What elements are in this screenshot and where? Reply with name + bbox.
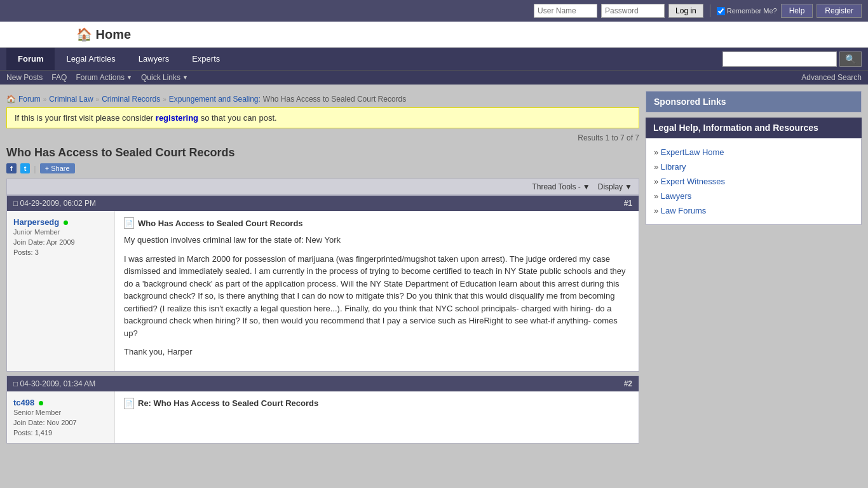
sidebar: Sponsored Links Legal Help, Information … — [646, 91, 862, 447]
password-input[interactable] — [601, 4, 665, 18]
post-1-username[interactable]: Harpersedg — [13, 217, 59, 227]
nav-search-input[interactable] — [722, 51, 837, 67]
nav-tab-lawyers[interactable]: Lawyers — [127, 48, 180, 70]
display-arrow-icon: ▼ — [625, 182, 632, 191]
nav-tab-legal-articles[interactable]: Legal Articles — [55, 48, 126, 70]
breadcrumb-criminal-records[interactable]: Criminal Records — [102, 95, 160, 104]
thread-tools-dropdown[interactable]: Thread Tools - ▼ — [532, 182, 590, 191]
sponsored-header: Sponsored Links — [646, 92, 861, 112]
post-1-header: □ 04-29-2009, 06:02 PM #1 — [7, 196, 639, 211]
thread-tools-arrow-icon: ▼ — [583, 182, 590, 191]
post-2-rank: Senior Member — [13, 409, 108, 416]
post-1-date: □ 04-29-2009, 06:02 PM — [13, 199, 96, 208]
legal-link-lawyers[interactable]: Lawyers — [654, 189, 853, 203]
first-visit-text-before: If this is your first visit please consi… — [15, 113, 153, 123]
post-2-num: #2 — [624, 379, 632, 388]
post-1-content: 📄 Who Has Access to Sealed Court Records… — [115, 211, 639, 371]
display-dropdown[interactable]: Display ▼ — [598, 182, 632, 191]
top-bar: Log in Remember Me? Help Register — [0, 0, 868, 22]
share-separator: | — [34, 164, 36, 173]
first-visit-notice: If this is your first visit please consi… — [6, 107, 639, 128]
thread-title-area: Who Has Access to Sealed Court Records f… — [6, 146, 639, 173]
faq-link[interactable]: FAQ — [51, 73, 67, 82]
remember-me-checkbox[interactable] — [717, 7, 725, 15]
facebook-share-button[interactable]: f — [6, 163, 17, 173]
breadcrumb-criminal-law[interactable]: Criminal Law — [49, 95, 93, 104]
advanced-search-link[interactable]: Advanced Search — [801, 73, 862, 82]
post-1-user-info: Harpersedg Junior Member Join Date: Apr … — [7, 211, 115, 371]
post-2-body: tc498 Senior Member Join Date: Nov 2007 … — [7, 391, 639, 443]
post-1: □ 04-29-2009, 06:02 PM #1 Harpersedg Jun… — [6, 195, 639, 372]
login-button[interactable]: Log in — [668, 4, 703, 18]
nav-tab-forum[interactable]: Forum — [6, 48, 55, 70]
post-1-title: 📄 Who Has Access to Sealed Court Records — [124, 217, 630, 229]
post-1-posts-count: Posts: 3 — [13, 248, 108, 256]
post-2-online-indicator — [39, 401, 43, 405]
quick-links-arrow-icon: ▼ — [182, 74, 188, 81]
register-button[interactable]: Register — [817, 4, 862, 18]
first-visit-text-after: so that you can post. — [201, 113, 277, 123]
nav-search-area: 🔍 — [722, 51, 862, 67]
twitter-share-button[interactable]: t — [20, 163, 31, 173]
post-1-body: Harpersedg Junior Member Join Date: Apr … — [7, 211, 639, 371]
legal-help-header: Legal Help, Information and Resources — [646, 118, 862, 138]
post-1-text: My question involves criminal law for th… — [124, 234, 630, 358]
post-2-username[interactable]: tc498 — [13, 398, 34, 407]
post-2-join-date: Join Date: Nov 2007 — [13, 419, 108, 426]
forum-actions-arrow-icon: ▼ — [126, 74, 132, 81]
breadcrumb-sep-3: » — [163, 96, 166, 103]
breadcrumb-sep-1: » — [43, 96, 47, 103]
thread-tools-bar: Thread Tools - ▼ Display ▼ — [6, 179, 639, 195]
legal-help-content: ExpertLaw Home Library Expert Witnesses … — [646, 138, 862, 225]
post-2-posts-count: Posts: 1,419 — [13, 429, 108, 437]
nav-bar: Forum Legal Articles Lawyers Experts 🔍 — [0, 48, 868, 70]
plus-icon: + — [45, 165, 49, 172]
post-2-user-info: tc498 Senior Member Join Date: Nov 2007 … — [7, 391, 115, 443]
legal-link-expert-witnesses[interactable]: Expert Witnesses — [654, 174, 853, 189]
legal-link-law-forums[interactable]: Law Forums — [654, 203, 853, 218]
help-button[interactable]: Help — [781, 4, 813, 18]
share-button[interactable]: + Share — [40, 163, 75, 173]
registering-link[interactable]: registering — [156, 113, 198, 123]
quick-links-dropdown[interactable]: Quick Links ▼ — [141, 73, 188, 82]
results-info: Results 1 to 7 of 7 — [6, 133, 639, 142]
breadcrumb-sep-2: » — [96, 96, 100, 103]
breadcrumb-expungement[interactable]: Expungement and Sealing: — [169, 95, 261, 104]
content-area: 🏠 Forum » Criminal Law » Criminal Record… — [6, 91, 639, 447]
new-posts-link[interactable]: New Posts — [6, 73, 43, 82]
post-1-old-icon: □ — [13, 199, 18, 208]
forum-actions-dropdown[interactable]: Forum Actions ▼ — [76, 73, 132, 82]
legal-link-library[interactable]: Library — [654, 159, 853, 174]
sub-nav: New Posts FAQ Forum Actions ▼ Quick Link… — [0, 70, 868, 85]
site-logo: 🏠 Home — [76, 27, 131, 41]
home-icon: 🏠 — [6, 95, 16, 104]
post-2-content: 📄 Re: Who Has Access to Sealed Court Rec… — [115, 391, 639, 443]
doc-icon-2: 📄 — [124, 398, 134, 409]
thread-title: Who Has Access to Sealed Court Records — [6, 146, 639, 159]
username-input[interactable] — [534, 4, 597, 18]
nav-tab-experts[interactable]: Experts — [180, 48, 231, 70]
breadcrumb-current: Who Has Access to Sealed Court Records — [263, 95, 406, 104]
breadcrumb: 🏠 Forum » Criminal Law » Criminal Record… — [6, 91, 639, 107]
legal-link-expertlaw-home[interactable]: ExpertLaw Home — [654, 145, 853, 159]
post-2-old-icon: □ — [13, 379, 18, 388]
post-2-date: □ 04-30-2009, 01:34 AM — [13, 379, 95, 388]
post-2: □ 04-30-2009, 01:34 AM #2 tc498 Senior M… — [6, 376, 639, 444]
doc-icon: 📄 — [124, 217, 134, 229]
main-wrapper: 🏠 Forum » Criminal Law » Criminal Record… — [0, 85, 868, 454]
logo-bar: 🏠 Home — [0, 22, 868, 48]
nav-search-button[interactable]: 🔍 — [839, 51, 862, 67]
post-2-header: □ 04-30-2009, 01:34 AM #2 — [7, 376, 639, 391]
post-1-num: #1 — [624, 199, 632, 208]
results-text: Results 1 to 7 of 7 — [578, 133, 639, 142]
post-2-title: 📄 Re: Who Has Access to Sealed Court Rec… — [124, 398, 630, 409]
post-1-online-indicator — [64, 220, 68, 225]
remember-me-label: Remember Me? — [717, 7, 777, 15]
breadcrumb-forum[interactable]: Forum — [18, 95, 41, 104]
share-bar: f t | + Share — [6, 163, 639, 173]
sponsored-box: Sponsored Links — [646, 91, 862, 112]
post-1-join-date: Join Date: Apr 2009 — [13, 238, 108, 246]
post-1-rank: Junior Member — [13, 228, 108, 236]
